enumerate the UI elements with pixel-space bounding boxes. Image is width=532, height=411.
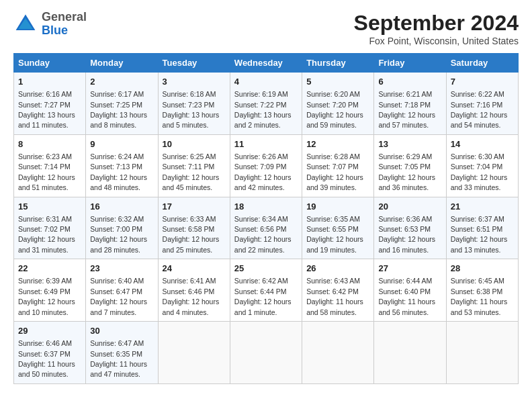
daylight: Daylight: 12 hours and 22 minutes. xyxy=(234,235,292,253)
calendar-cell xyxy=(158,322,230,384)
calendar-cell xyxy=(302,322,374,384)
calendar-cell: 5Sunrise: 6:20 AMSunset: 7:20 PMDaylight… xyxy=(302,73,374,135)
daylight: Daylight: 12 hours and 54 minutes. xyxy=(451,111,508,129)
calendar-cell: 8Sunrise: 6:23 AMSunset: 7:14 PMDaylight… xyxy=(14,134,86,197)
sunrise: Sunrise: 6:24 AM xyxy=(90,152,144,161)
day-number: 18 xyxy=(234,201,298,213)
calendar-week-5: 29Sunrise: 6:46 AMSunset: 6:37 PMDayligh… xyxy=(14,322,519,384)
day-number: 13 xyxy=(378,138,441,150)
sunset: Sunset: 7:07 PM xyxy=(306,163,359,171)
day-number: 26 xyxy=(306,263,369,275)
sunset: Sunset: 6:55 PM xyxy=(306,225,359,233)
calendar-cell: 30Sunrise: 6:47 AMSunset: 6:35 PMDayligh… xyxy=(86,322,158,384)
day-number: 23 xyxy=(90,263,153,275)
calendar-cell: 10Sunrise: 6:25 AMSunset: 7:11 PMDayligh… xyxy=(158,134,230,197)
sunrise: Sunrise: 6:43 AM xyxy=(306,277,360,285)
calendar-cell: 6Sunrise: 6:21 AMSunset: 7:18 PMDaylight… xyxy=(374,73,446,135)
sunrise: Sunrise: 6:32 AM xyxy=(90,215,144,223)
day-number: 27 xyxy=(378,263,441,275)
column-header-wednesday: Wednesday xyxy=(230,54,302,73)
column-header-friday: Friday xyxy=(374,54,446,73)
sunrise: Sunrise: 6:36 AM xyxy=(378,215,432,223)
sunset: Sunset: 6:51 PM xyxy=(451,225,503,233)
daylight: Daylight: 11 hours and 50 minutes. xyxy=(18,360,75,378)
daylight: Daylight: 12 hours and 28 minutes. xyxy=(90,235,147,253)
sunset: Sunset: 7:05 PM xyxy=(378,163,431,171)
day-number: 28 xyxy=(451,263,514,275)
daylight: Daylight: 12 hours and 45 minutes. xyxy=(163,173,220,191)
logo-text: General Blue xyxy=(42,11,87,38)
daylight: Daylight: 13 hours and 11 minutes. xyxy=(18,111,75,129)
page-header: General Blue September 2024 Fox Point, W… xyxy=(13,11,519,46)
calendar-cell: 2Sunrise: 6:17 AMSunset: 7:25 PMDaylight… xyxy=(86,73,158,135)
daylight: Daylight: 12 hours and 57 minutes. xyxy=(378,111,435,129)
daylight: Daylight: 12 hours and 19 minutes. xyxy=(306,235,363,253)
day-number: 17 xyxy=(163,201,226,213)
daylight: Daylight: 11 hours and 47 minutes. xyxy=(90,360,147,378)
calendar-body: 1Sunrise: 6:16 AMSunset: 7:27 PMDaylight… xyxy=(14,73,519,384)
sunset: Sunset: 6:42 PM xyxy=(306,287,359,295)
sunset: Sunset: 7:02 PM xyxy=(18,225,71,233)
sunset: Sunset: 6:58 PM xyxy=(163,225,215,233)
calendar-week-1: 1Sunrise: 6:16 AMSunset: 7:27 PMDaylight… xyxy=(14,73,519,135)
daylight: Daylight: 11 hours and 58 minutes. xyxy=(306,298,363,316)
sunset: Sunset: 7:04 PM xyxy=(451,163,503,171)
sunrise: Sunrise: 6:39 AM xyxy=(18,277,72,285)
sunrise: Sunrise: 6:18 AM xyxy=(163,90,216,98)
calendar-table: SundayMondayTuesdayWednesdayThursdayFrid… xyxy=(13,53,519,384)
column-header-thursday: Thursday xyxy=(302,54,374,73)
sunrise: Sunrise: 6:47 AM xyxy=(90,339,144,347)
sunrise: Sunrise: 6:19 AM xyxy=(234,90,288,98)
sunset: Sunset: 7:25 PM xyxy=(90,101,142,109)
sunrise: Sunrise: 6:31 AM xyxy=(18,215,72,223)
sunset: Sunset: 7:09 PM xyxy=(234,163,287,171)
calendar-cell: 15Sunrise: 6:31 AMSunset: 7:02 PMDayligh… xyxy=(14,197,86,259)
calendar-cell: 12Sunrise: 6:28 AMSunset: 7:07 PMDayligh… xyxy=(302,134,374,197)
column-header-sunday: Sunday xyxy=(14,54,86,73)
day-number: 22 xyxy=(18,263,81,275)
day-number: 30 xyxy=(90,325,153,337)
sunrise: Sunrise: 6:42 AM xyxy=(234,277,288,285)
sunset: Sunset: 7:23 PM xyxy=(163,101,215,109)
daylight: Daylight: 12 hours and 1 minute. xyxy=(234,298,292,316)
sunset: Sunset: 7:16 PM xyxy=(451,101,503,109)
calendar-header: SundayMondayTuesdayWednesdayThursdayFrid… xyxy=(14,54,519,73)
column-header-saturday: Saturday xyxy=(446,54,518,73)
title-block: September 2024 Fox Point, Wisconsin, Uni… xyxy=(354,11,519,46)
sunset: Sunset: 6:35 PM xyxy=(90,350,142,358)
sunrise: Sunrise: 6:34 AM xyxy=(234,215,288,223)
day-number: 16 xyxy=(90,201,153,213)
calendar-week-3: 15Sunrise: 6:31 AMSunset: 7:02 PMDayligh… xyxy=(14,197,519,259)
sunrise: Sunrise: 6:26 AM xyxy=(234,152,288,161)
location: Fox Point, Wisconsin, United States xyxy=(354,36,519,46)
calendar-cell: 23Sunrise: 6:40 AMSunset: 6:47 PMDayligh… xyxy=(86,259,158,322)
day-number: 5 xyxy=(306,76,369,88)
sunrise: Sunrise: 6:41 AM xyxy=(163,277,216,285)
sunrise: Sunrise: 6:25 AM xyxy=(163,152,216,161)
sunset: Sunset: 7:18 PM xyxy=(378,101,431,109)
calendar-cell: 16Sunrise: 6:32 AMSunset: 7:00 PMDayligh… xyxy=(86,197,158,259)
sunset: Sunset: 6:44 PM xyxy=(234,287,287,295)
daylight: Daylight: 13 hours and 2 minutes. xyxy=(234,111,292,129)
calendar-cell: 14Sunrise: 6:30 AMSunset: 7:04 PMDayligh… xyxy=(446,134,518,197)
sunrise: Sunrise: 6:17 AM xyxy=(90,90,144,98)
day-number: 9 xyxy=(90,138,153,150)
daylight: Daylight: 12 hours and 42 minutes. xyxy=(234,173,292,191)
sunset: Sunset: 7:13 PM xyxy=(90,163,142,171)
daylight: Daylight: 12 hours and 39 minutes. xyxy=(306,173,363,191)
calendar-cell: 4Sunrise: 6:19 AMSunset: 7:22 PMDaylight… xyxy=(230,73,302,135)
day-number: 24 xyxy=(163,263,226,275)
sunrise: Sunrise: 6:20 AM xyxy=(306,90,360,98)
calendar-cell: 25Sunrise: 6:42 AMSunset: 6:44 PMDayligh… xyxy=(230,259,302,322)
sunset: Sunset: 6:53 PM xyxy=(378,225,431,233)
day-number: 10 xyxy=(163,138,226,150)
day-number: 8 xyxy=(18,138,81,150)
daylight: Daylight: 13 hours and 5 minutes. xyxy=(163,111,220,129)
daylight: Daylight: 12 hours and 16 minutes. xyxy=(378,235,435,253)
calendar-cell: 18Sunrise: 6:34 AMSunset: 6:56 PMDayligh… xyxy=(230,197,302,259)
calendar-cell xyxy=(446,322,518,384)
sunset: Sunset: 7:22 PM xyxy=(234,101,287,109)
day-number: 6 xyxy=(378,76,441,88)
calendar-cell: 19Sunrise: 6:35 AMSunset: 6:55 PMDayligh… xyxy=(302,197,374,259)
calendar-cell: 26Sunrise: 6:43 AMSunset: 6:42 PMDayligh… xyxy=(302,259,374,322)
